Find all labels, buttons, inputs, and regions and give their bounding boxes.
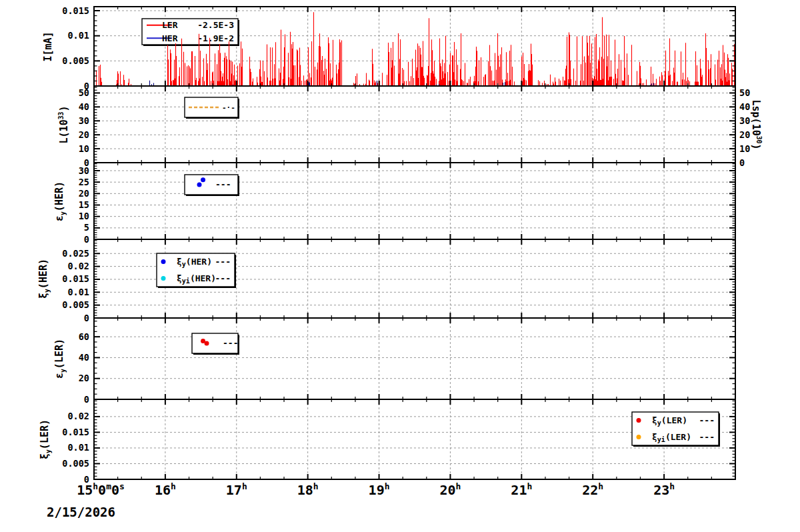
data-point-ey-ler [201,339,205,343]
panel-ey-her: ---051015202530 [79,163,735,245]
y-tick-label: 0.01 [67,30,89,41]
y-tick-label: 40 [79,352,89,363]
y-tick-label: 10 [79,143,89,154]
y-tick-label: 10 [79,211,89,221]
x-axis-date-label: 2/15/2026 [47,505,115,519]
right-y-tick-label: 50 [739,87,750,98]
legend-entry-value: --- [699,415,715,425]
legend-luminosity: -·- [185,97,239,119]
y-tick-label: 60 [79,331,89,342]
legend-ey-her: --- [185,175,239,196]
panel-beam-current: LER-2.5E-3HER-1.9E-200.0050.010.015 [62,5,735,91]
y-tick-label: 0 [84,313,89,323]
y-axis-label-beam-current: I[mA] [42,31,54,61]
right-y-tick-label: 40 [739,101,750,112]
y-tick-label: 0.02 [67,261,89,271]
right-y-tick-label: 30 [739,115,750,126]
plot-canvas: LER-2.5E-3HER-1.9E-200.0050.010.015-·-01… [0,0,800,532]
y-tick-label: 0.005 [62,299,89,310]
x-tick-label: 16h [155,481,176,498]
y-tick-label: 25 [79,177,89,187]
legend-entry-value: --- [699,432,715,442]
legend-xi-ler: ξy(LER)---ξyi(LER)--- [632,412,720,447]
y-tick-label: 0.01 [67,442,89,453]
y-tick-label: 0.015 [62,427,89,437]
y-tick-label: 30 [79,165,89,176]
data-point-ey-her [201,177,205,182]
x-tick-label: 22h [582,481,603,498]
legend-entry-value: --- [223,338,238,348]
legend-entry-value: --- [215,257,231,267]
legend-xi-her: ξy(HER)---ξyi(HER)--- [157,253,236,288]
x-tick-label: 15h0m0s [77,481,125,498]
right-y-tick-label: 0 [739,157,745,168]
y-axis-label-luminosity: L(1033) [57,105,70,143]
legend-sample-dot [637,435,641,439]
y-tick-label: 0.025 [62,248,89,259]
legend-entry-value: --- [215,273,231,283]
legend-entry-label: LER [162,20,178,30]
panel-luminosity: -·-0102030405001020304050 [79,86,751,168]
y-tick-label: 0.005 [62,458,89,469]
panel-xi-ler: ξy(LER)---ξyi(LER)---00.0050.010.0150.02 [62,399,735,485]
y-tick-label: 0.02 [67,411,89,421]
y-tick-label: 5 [84,222,89,233]
legend-sample-dot [161,259,166,264]
y-tick-label: 0 [84,394,89,405]
x-tick-label: 23h [653,481,675,498]
y-tick-label: 0.005 [62,55,89,66]
accelerator-monitor-plot: LER-2.5E-3HER-1.9E-200.0050.010.015-·-01… [0,0,800,532]
legend-entry-value: -2.5E-3 [197,20,234,30]
legend-sample-dot [161,276,166,281]
x-tick-label: 21h [511,481,532,498]
legend-entry-label: HER [162,33,178,43]
legend-beam-current: LER-2.5E-3HER-1.9E-2 [142,19,239,46]
x-tick-label: 20h [439,481,461,498]
y-tick-label: 30 [79,115,89,126]
legend-entry-value: --- [215,179,231,189]
right-y-axis-label-luminosity: Lsp(1030) [750,99,763,149]
y-tick-label: 0.015 [62,5,89,16]
legend-sample-dot [197,183,202,187]
y-tick-label: 40 [79,101,89,112]
y-tick-label: 15 [79,199,89,210]
x-tick-label: 19h [369,481,390,498]
x-tick-label: 18h [297,481,319,498]
y-tick-label: 0.015 [62,273,89,284]
y-axis-label-xi-her: ξy(HER) [37,259,51,299]
panel-ey-ler: ---0204060 [79,318,735,405]
y-axis-label-ey-her: εy(HER) [53,181,67,221]
right-y-tick-label: 20 [739,129,750,140]
y-tick-label: 50 [79,87,89,98]
legend-ey-ler: --- [192,333,239,355]
y-tick-label: 20 [79,188,89,199]
y-tick-label: 0 [84,234,89,245]
y-axis-label-xi-ler: ξy(LER) [39,419,52,459]
right-y-tick-label: 10 [739,143,750,154]
x-tick-label: 17h [226,481,247,498]
y-tick-label: 20 [79,129,89,140]
y-tick-label: 20 [79,373,89,383]
legend-entry-value: -1.9E-2 [197,33,234,43]
legend-sample-dot [637,418,641,423]
panel-xi-her: ξy(HER)---ξyi(HER)---00.0050.010.0150.02… [62,239,735,323]
y-axis-label-ey-ler: εy(LER) [53,339,67,379]
legend-entry-value: -·- [222,103,235,112]
y-tick-label: 0.01 [67,287,89,297]
